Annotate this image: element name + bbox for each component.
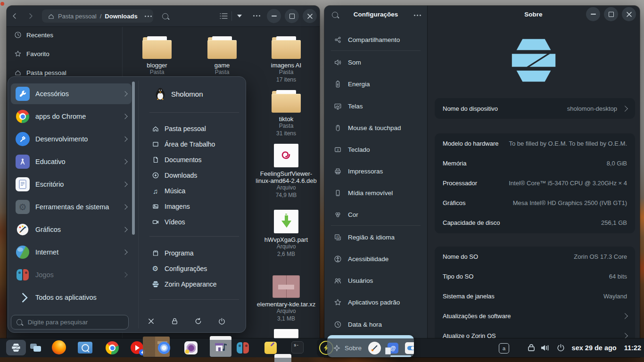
hardware-card: Modelo do hardware To be filled by O.E.M… (435, 133, 635, 233)
menu-shortcut-configuracoes[interactable]: ⚙ Configurações (149, 262, 242, 276)
zorin-menu-button[interactable] (6, 340, 26, 355)
settings-item-data-hora[interactable]: Data & hora (329, 315, 422, 334)
menu-place-downloads[interactable]: Downloads (149, 168, 242, 182)
sidebar-item-favorito[interactable]: Favorito (10, 46, 118, 61)
search-icon[interactable] (162, 13, 168, 19)
debian-package-icon (274, 144, 298, 167)
settings-item-midia-removivel[interactable]: Mídia removível (329, 183, 422, 202)
file-item-tiktok[interactable]: tiktok Pasta 31 itens (256, 88, 317, 137)
menu-category-escritorio[interactable]: Escritório (11, 174, 132, 195)
menu-category-apps-do-chrome[interactable]: apps do Chrome (11, 106, 132, 127)
breadcrumb-root[interactable]: Pasta pessoal (58, 13, 97, 20)
settings-item-cor[interactable]: Cor (329, 205, 422, 224)
menu-category-desenvolvimento[interactable]: Desenvolvimento (11, 129, 132, 149)
taskbar-window-group[interactable]: Sobre @ (327, 335, 414, 357)
file-item-tarxz-archive[interactable]: elementary-kde.tar.xz Arquivo 3,1 MB (256, 273, 317, 322)
settings-item-impressoras[interactable]: Impressoras (329, 162, 422, 181)
menu-category-jogos[interactable]: Jogos (11, 264, 132, 285)
tray-power-button[interactable] (556, 343, 565, 352)
window-menu-icon[interactable] (253, 15, 255, 16)
menu-place-musica[interactable]: ♫ Música (149, 184, 242, 198)
taskbar-files-button[interactable] (78, 342, 92, 354)
chevron-right-icon (122, 272, 127, 277)
taskbar-video-downloader-button[interactable] (131, 341, 143, 354)
list-view-icon[interactable] (220, 13, 228, 19)
user-avatar[interactable] (153, 87, 167, 101)
menu-place-videos[interactable]: Vídeos (149, 215, 242, 229)
home-icon (14, 69, 22, 76)
settings-window: Configurações Compartilhamento Som Energ… (324, 6, 640, 357)
settings-menu-icon[interactable] (414, 15, 415, 16)
workspace-switcher-button[interactable] (29, 341, 42, 354)
minimize-button[interactable] (267, 9, 281, 23)
back-icon[interactable] (11, 12, 18, 20)
close-button[interactable] (622, 7, 636, 21)
menu-search[interactable] (11, 315, 129, 329)
taskbar-clock[interactable]: sex 29 de ago 11:22 (572, 338, 641, 357)
terminal-icon: s- (291, 341, 304, 354)
taskbar-terminal-button[interactable]: s- (291, 341, 304, 354)
file-item-partial[interactable] (274, 329, 298, 338)
settings-item-som[interactable]: Som (329, 53, 422, 72)
close-button[interactable] (303, 9, 317, 23)
taskbar-firefox-button[interactable] (52, 340, 66, 354)
chevron-right-icon (622, 313, 628, 319)
sidebar-item-recentes[interactable]: Recentes (10, 27, 118, 42)
taskbar-music-window-button[interactable] (274, 354, 291, 362)
maximize-button[interactable] (285, 9, 299, 23)
device-name-row[interactable]: Nome do dispositivo sholomon-desktop (435, 99, 635, 118)
color-picker-icon[interactable] (368, 342, 381, 354)
file-item-imagens-ai[interactable]: imagens AI Pasta 17 itens (256, 34, 317, 83)
taskbar-games-button[interactable] (237, 342, 249, 354)
tray-volume-button[interactable] (540, 343, 551, 353)
menu-shortcut-zorin-appearance[interactable]: Zorin Appearance (149, 277, 242, 291)
settings-item-aplicativos-padrao[interactable]: Aplicativos padrão (329, 293, 422, 312)
menu-category-ferramentas-de-sistema[interactable]: ⚙ Ferramentas de sistema (11, 197, 132, 217)
settings-item-mouse-touchpad[interactable]: Mouse & touchpad (329, 118, 422, 137)
taskbar-notes-button[interactable] (264, 342, 277, 354)
breadcrumb-current[interactable]: Downloads (105, 13, 137, 20)
user-name[interactable]: Sholomon (171, 90, 203, 98)
mail-app-icon[interactable]: @ (388, 343, 398, 354)
file-item-part-download[interactable]: hWvpXgaG.part Arquivo 2,6 MB (256, 209, 317, 258)
settings-item-regiao-idioma[interactable]: A Região & idioma (329, 228, 422, 247)
menu-category-internet[interactable]: Internet (11, 242, 132, 263)
restart-button[interactable] (190, 313, 206, 329)
menu-place-documentos[interactable]: Documentos (149, 153, 242, 167)
taskbar-store-window-button[interactable] (210, 336, 231, 357)
settings-item-acessibilidade[interactable]: Acessibilidade (329, 249, 422, 268)
software-updates-row[interactable]: Atualizações de software (435, 306, 635, 326)
taskbar-chrome-button[interactable] (106, 341, 119, 354)
view-options-caret-icon[interactable] (237, 15, 242, 17)
menu-scrollbar[interactable] (132, 82, 135, 235)
maximize-button[interactable] (604, 7, 618, 21)
settings-toggle-icon[interactable] (405, 342, 414, 354)
menu-search-input[interactable] (27, 318, 123, 326)
settings-item-telas[interactable]: Telas (329, 97, 422, 115)
keyboard-layout-indicator[interactable]: a (499, 343, 509, 354)
breadcrumb[interactable]: Pasta pessoal / Downloads (42, 9, 153, 23)
taskbar-tor-button[interactable] (184, 341, 198, 354)
logout-button[interactable] (142, 313, 159, 329)
power-button[interactable] (213, 313, 230, 329)
lock-button[interactable] (166, 313, 183, 329)
file-item-deb-package[interactable]: FeelingSurfViewer-linux-amd64-2.4.6.deb … (256, 143, 317, 199)
breadcrumb-more-icon[interactable] (145, 16, 146, 17)
menu-place-area-de-trabalho[interactable]: Área de Trabalho (149, 137, 242, 151)
taskbar-chromium-button[interactable] (158, 342, 170, 354)
menu-category-acessorios[interactable]: Acessórios (11, 83, 132, 104)
menu-place-pasta-pessoal[interactable]: Pasta pessoal (149, 122, 242, 136)
settings-item-energia[interactable]: Energia (329, 74, 422, 93)
menu-place-imagens[interactable]: Imagens (149, 199, 242, 214)
forward-icon[interactable] (27, 12, 34, 20)
language-icon: A (334, 233, 342, 241)
settings-item-compartilhamento[interactable]: Compartilhamento (329, 30, 422, 49)
menu-shortcut-programa[interactable]: Programa (149, 246, 242, 260)
settings-item-teclado[interactable]: a Teclado (329, 140, 422, 159)
menu-category-educativo[interactable]: Educativo (11, 151, 132, 172)
menu-category-graficos[interactable]: Gráficos (11, 219, 132, 240)
tray-network-button[interactable] (527, 343, 536, 353)
settings-item-usuarios[interactable]: Usuários (329, 271, 422, 290)
minimize-button[interactable] (586, 7, 600, 21)
menu-all-apps[interactable]: Todos os aplicativos (11, 287, 132, 308)
